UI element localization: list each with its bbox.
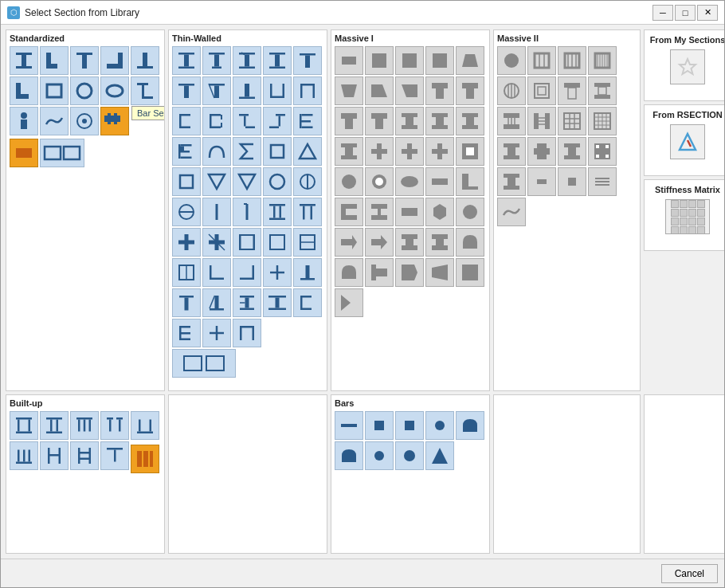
- m2-grid2[interactable]: [527, 107, 556, 135]
- tw-tri2[interactable]: [202, 167, 231, 196]
- tw-open1[interactable]: [293, 288, 322, 317]
- m1-L1[interactable]: [456, 167, 484, 196]
- tw-I3[interactable]: [233, 46, 261, 75]
- tw-U2[interactable]: [293, 76, 322, 105]
- m2-smallrect[interactable]: [527, 167, 556, 196]
- m1-Ishape1[interactable]: [395, 107, 424, 135]
- m1-Isq2[interactable]: [425, 228, 454, 257]
- m1-circle-hollow[interactable]: [365, 167, 394, 196]
- tw-I-wide[interactable]: [263, 288, 292, 317]
- bar-circle2[interactable]: [365, 441, 394, 470]
- tw-circ2[interactable]: [172, 198, 201, 226]
- from-my-sections-btn[interactable]: [670, 49, 705, 84]
- m1-ellipse1[interactable]: [395, 167, 424, 196]
- m1-Ishape2[interactable]: [425, 107, 454, 135]
- shape-circle[interactable]: [70, 76, 99, 105]
- m2-lines4[interactable]: [588, 167, 617, 196]
- bar-sq1[interactable]: [365, 411, 394, 440]
- m2-lines2[interactable]: [558, 46, 586, 75]
- stiffness-matrix-btn[interactable]: [665, 199, 710, 234]
- tw-T2[interactable]: [172, 76, 201, 105]
- cancel-button[interactable]: Cancel: [661, 564, 718, 583]
- m2-grid3[interactable]: [558, 107, 586, 135]
- shape-person[interactable]: [10, 107, 38, 135]
- tw-sq2[interactable]: [172, 167, 201, 196]
- bu-II2[interactable]: [40, 411, 69, 440]
- m2-I-lines[interactable]: [588, 76, 617, 105]
- tw-C1[interactable]: [172, 107, 201, 135]
- m1-arrow[interactable]: [335, 228, 363, 257]
- m1-T[interactable]: [335, 76, 363, 105]
- bu-orange[interactable]: [131, 445, 159, 473]
- tw-angle1[interactable]: [202, 258, 231, 287]
- m1-Isq1[interactable]: [395, 228, 424, 257]
- m2-circle1[interactable]: [497, 46, 526, 75]
- shape-L[interactable]: [100, 46, 129, 75]
- tw-open3[interactable]: [233, 319, 261, 347]
- tw-boxI3[interactable]: [293, 228, 322, 257]
- tw-B1[interactable]: [172, 137, 201, 166]
- m1-arch[interactable]: [456, 228, 484, 257]
- tw-vline2[interactable]: [233, 198, 261, 226]
- m1-circle2[interactable]: [456, 198, 484, 226]
- shape-I[interactable]: [10, 46, 38, 75]
- tw-boxI1[interactable]: [233, 228, 261, 257]
- tw-T-up[interactable]: [172, 288, 201, 317]
- tw-T-inv[interactable]: [202, 288, 231, 317]
- m1-arch2[interactable]: [335, 258, 363, 287]
- m1-tri-flag[interactable]: [335, 288, 363, 317]
- m1-hex1[interactable]: [425, 198, 454, 226]
- m1-channel[interactable]: [335, 198, 363, 226]
- m1-H1[interactable]: [365, 198, 394, 226]
- bar-circle[interactable]: [425, 411, 454, 440]
- m1-plus1[interactable]: [365, 137, 394, 166]
- m2-lines3[interactable]: [588, 46, 617, 75]
- bar-circle3[interactable]: [395, 441, 424, 470]
- from-rsection-btn[interactable]: [670, 124, 705, 159]
- shape-dot-circle[interactable]: [70, 107, 99, 135]
- m1-rect-hollow[interactable]: [456, 137, 484, 166]
- bar-triangle[interactable]: [425, 441, 454, 470]
- m1-Tshape1[interactable]: [425, 76, 454, 105]
- tw-plus2[interactable]: [202, 319, 231, 347]
- shape-bar-sections[interactable]: Bar Sections...: [100, 107, 129, 135]
- tw-sigma[interactable]: [233, 137, 261, 166]
- shape-T-down[interactable]: [131, 46, 159, 75]
- restore-button[interactable]: □: [675, 5, 696, 21]
- tw-open2[interactable]: [172, 319, 201, 347]
- m1-rect2[interactable]: [365, 46, 394, 75]
- m2-Isect1[interactable]: [497, 137, 526, 166]
- shape-wave[interactable]: [40, 107, 69, 135]
- tw-boxI2[interactable]: [263, 228, 292, 257]
- shape-oval[interactable]: [100, 76, 129, 105]
- m2-Isect3[interactable]: [558, 137, 586, 166]
- m2-Isect5[interactable]: [497, 167, 526, 196]
- m1-Ishape3[interactable]: [456, 107, 484, 135]
- shape-L-flip[interactable]: [40, 46, 69, 75]
- tw-T1[interactable]: [293, 46, 322, 75]
- bu-T-pair[interactable]: [100, 411, 129, 440]
- m1-plus2[interactable]: [395, 137, 424, 166]
- m1-sq[interactable]: [395, 46, 424, 75]
- m1-plus3[interactable]: [425, 137, 454, 166]
- shape-rect[interactable]: [40, 76, 69, 105]
- bu-T2b[interactable]: [10, 441, 38, 470]
- tw-vline[interactable]: [202, 198, 231, 226]
- tw-cross2[interactable]: [202, 228, 231, 257]
- tw-Z2[interactable]: [263, 107, 292, 135]
- tw-TT1[interactable]: [293, 198, 322, 226]
- tw-plus[interactable]: [263, 258, 292, 287]
- close-button[interactable]: ✕: [697, 5, 718, 21]
- shape-Z[interactable]: [131, 76, 159, 105]
- tw-circ1[interactable]: [293, 167, 322, 196]
- m2-Isect2[interactable]: [527, 137, 556, 166]
- shape-orange-rect[interactable]: [10, 139, 38, 167]
- m1-circle1[interactable]: [335, 167, 363, 196]
- m2-wave[interactable]: [497, 198, 526, 226]
- bar-sq2[interactable]: [395, 411, 424, 440]
- m1-Tshape3[interactable]: [335, 107, 363, 135]
- m2-lines1[interactable]: [527, 46, 556, 75]
- tw-T3[interactable]: [202, 76, 231, 105]
- m2-smallrect2[interactable]: [558, 167, 586, 196]
- tw-S1[interactable]: [293, 107, 322, 135]
